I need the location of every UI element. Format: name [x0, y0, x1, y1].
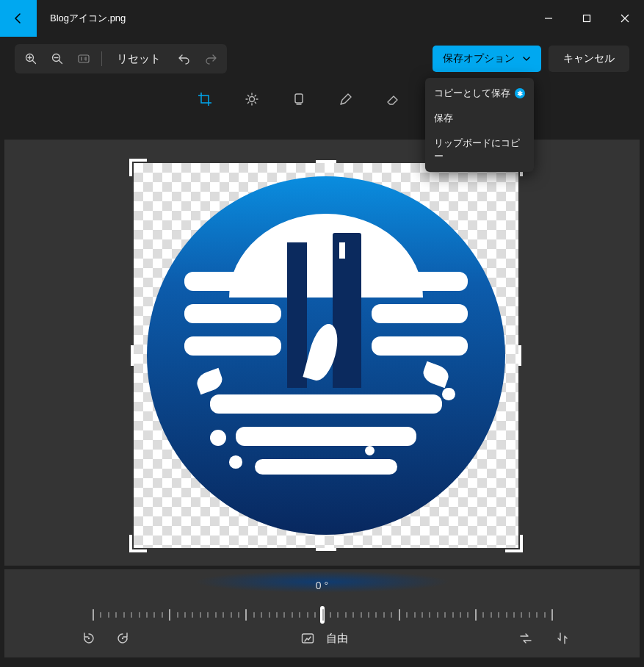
reset-button[interactable]: リセット: [106, 47, 171, 71]
ruler-tick: [491, 612, 492, 618]
ruler-tick: [383, 612, 385, 618]
edit-mode-strip: [0, 81, 644, 118]
crop-handle-right[interactable]: [518, 345, 521, 366]
ruler-tick: [498, 612, 499, 618]
ruler-tick: [337, 612, 339, 618]
ruler-tick: [177, 612, 178, 618]
crop-icon: [198, 92, 212, 107]
save-options-dropdown: コピーとして保存 ✱ 保存 リップボードにコピー: [425, 78, 534, 172]
save-options-button[interactable]: 保存オプション: [433, 46, 541, 72]
ruler-tick: [192, 612, 193, 618]
rotate-right-icon: [115, 631, 130, 646]
markup-tool-button[interactable]: [333, 87, 358, 112]
image-content: [147, 176, 505, 535]
crop-tool-button[interactable]: [192, 87, 217, 112]
erase-tool-button[interactable]: [380, 87, 405, 112]
svg-rect-0: [584, 15, 590, 22]
maximize-button[interactable]: [568, 0, 606, 37]
ruler-tick: [200, 612, 201, 618]
ruler-tick: [529, 612, 530, 618]
flip-vertical-button[interactable]: [551, 627, 574, 649]
cancel-label: キャンセル: [563, 52, 615, 65]
image-canvas[interactable]: [134, 163, 518, 548]
flip-horizontal-icon: [518, 631, 533, 646]
ruler-tick: [238, 612, 239, 618]
ruler-tick: [162, 612, 163, 618]
ruler-tick: [207, 612, 209, 618]
dropdown-item-save[interactable]: 保存: [425, 106, 534, 131]
ruler-tick: [139, 612, 140, 618]
ruler-tick: [467, 612, 468, 618]
crop-handle-bottom[interactable]: [316, 548, 336, 551]
ruler-tick: [521, 612, 522, 618]
ruler-tick: [482, 612, 484, 618]
ruler-tick: [292, 612, 293, 618]
ruler-tick: [506, 612, 507, 618]
svg-point-4: [249, 97, 254, 102]
adjust-tool-button[interactable]: [239, 87, 264, 112]
ruler-tick: [375, 612, 377, 618]
ruler-tick: [245, 609, 247, 621]
ruler-tick: [269, 612, 270, 618]
maximize-icon: [582, 14, 591, 23]
ruler-tick: [261, 612, 262, 618]
close-button[interactable]: [606, 0, 644, 37]
zoom-out-button[interactable]: [44, 47, 70, 71]
ruler-tick: [460, 612, 461, 618]
ruler-tick: [361, 612, 362, 618]
ruler-tick: [322, 609, 324, 621]
svg-point-7: [122, 638, 123, 639]
main-toolbar: リセット 保存オプション キャンセル コピーとして保存 ✱ 保存 リップボードに…: [0, 37, 644, 81]
rotation-slider[interactable]: [93, 606, 551, 624]
rotate-left-button[interactable]: [78, 627, 100, 649]
ruler-tick: [222, 612, 224, 618]
ruler-tick: [283, 612, 285, 618]
back-button[interactable]: [0, 0, 37, 37]
filter-tool-button[interactable]: [286, 87, 311, 112]
ruler-tick: [314, 612, 316, 618]
ruler-tick: [551, 609, 553, 621]
actual-size-button[interactable]: [70, 47, 97, 71]
svg-rect-8: [302, 634, 313, 643]
dropdown-item-label: リップボードにコピー: [434, 137, 525, 163]
chevron-down-icon: [522, 54, 531, 63]
ruler-tick: [422, 612, 423, 618]
filter-icon: [292, 92, 306, 107]
ruler-tick: [345, 612, 347, 618]
redo-button[interactable]: [198, 47, 224, 71]
canvas-area[interactable]: [4, 140, 640, 566]
ruler-tick: [307, 612, 308, 618]
zoom-in-icon: [24, 52, 37, 65]
svg-rect-5: [295, 94, 303, 103]
flip-horizontal-button[interactable]: [515, 627, 537, 649]
ruler-tick: [299, 612, 300, 618]
crop-handle-bottom-left[interactable]: [129, 535, 147, 552]
cancel-button[interactable]: キャンセル: [549, 46, 629, 72]
close-icon: [621, 14, 629, 23]
rotate-left-icon: [82, 631, 96, 646]
crop-handle-bottom-right[interactable]: [505, 535, 523, 552]
aspect-ratio-button[interactable]: [297, 627, 319, 649]
zoom-group: リセット: [15, 44, 227, 73]
dropdown-item-copy-clipboard[interactable]: リップボードにコピー: [425, 131, 534, 169]
crop-handle-top[interactable]: [316, 160, 336, 163]
ruler-tick: [452, 612, 454, 618]
rotate-right-button[interactable]: [112, 627, 134, 649]
ruler-tick: [253, 612, 255, 618]
crop-handle-left[interactable]: [131, 345, 134, 366]
ruler-tick: [444, 612, 446, 618]
right-actions: 保存オプション キャンセル: [433, 46, 629, 72]
ruler-tick: [276, 612, 278, 618]
crop-handle-top-left[interactable]: [129, 159, 147, 176]
ruler-tick: [368, 612, 369, 618]
one-to-one-icon: [77, 52, 90, 65]
window-title: Blogアイコン.png: [50, 12, 126, 25]
star-badge-icon: ✱: [515, 88, 525, 98]
ruler-tick: [100, 612, 101, 618]
dropdown-item-label: コピーとして保存: [434, 87, 510, 100]
ruler-tick: [131, 612, 132, 618]
minimize-button[interactable]: [529, 0, 568, 37]
undo-button[interactable]: [171, 47, 198, 71]
dropdown-item-save-as-copy[interactable]: コピーとして保存 ✱: [425, 81, 534, 106]
zoom-in-button[interactable]: [18, 47, 44, 71]
